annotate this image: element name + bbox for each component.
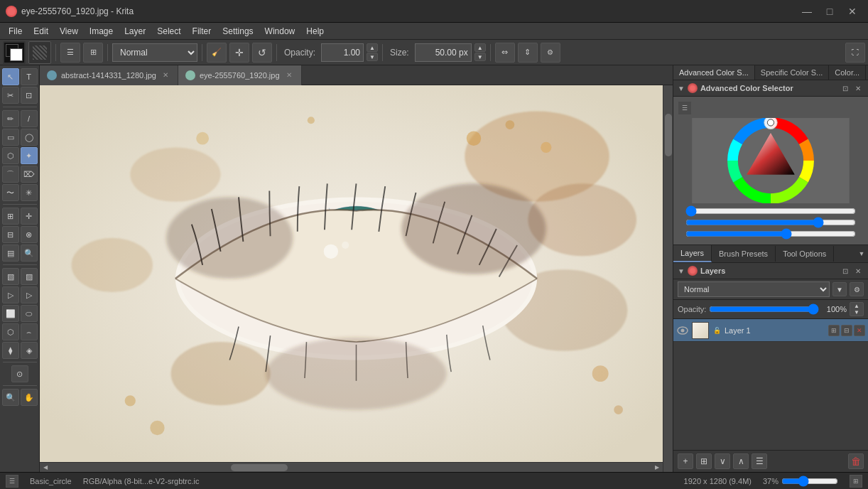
menu-select[interactable]: Select: [151, 25, 186, 38]
layers-filter-btn[interactable]: ▼: [855, 247, 868, 260]
transform-btn[interactable]: ⊞: [83, 43, 103, 63]
ellipse-selection[interactable]: ⬭: [21, 305, 38, 322]
tab-color[interactable]: Color...: [829, 65, 866, 80]
maximize-button[interactable]: □: [820, 4, 840, 18]
move-layer-down-btn[interactable]: ∨: [715, 453, 730, 469]
color-range[interactable]: ◈: [21, 342, 38, 359]
menu-image[interactable]: Image: [84, 25, 119, 38]
select-tool[interactable]: ↖: [2, 68, 19, 85]
layer-lock-1[interactable]: 🔓: [712, 326, 722, 335]
brush-preset-btn[interactable]: [28, 41, 51, 64]
layers-close-btn[interactable]: ✕: [852, 265, 864, 276]
layer-blend-mode[interactable]: Normal Multiply Screen: [678, 281, 830, 297]
smart-patch[interactable]: ▨: [21, 268, 38, 285]
layer-merge-btn[interactable]: ⊞: [828, 325, 840, 336]
size-down-btn[interactable]: ▼: [474, 53, 486, 61]
layer-opacity-slider[interactable]: [709, 303, 819, 315]
gradient-tool[interactable]: ▤: [2, 244, 19, 262]
contiguous-tool2[interactable]: ⧫: [2, 342, 19, 359]
canvas-hscroll[interactable]: ◀ ▶: [40, 462, 663, 472]
color-panel-close-btn[interactable]: ✕: [852, 82, 864, 94]
polygon-select-tool[interactable]: ⬡: [2, 147, 19, 164]
size-input[interactable]: [415, 43, 472, 62]
move-btn[interactable]: ✛: [229, 43, 249, 63]
bezier-tool[interactable]: ⌢: [21, 323, 38, 340]
zoom-slider[interactable]: [781, 475, 838, 487]
tab-layers[interactable]: Layers: [673, 245, 712, 262]
fill-color-tool[interactable]: ▧: [2, 268, 19, 285]
mirror-settings-btn[interactable]: ⚙: [541, 43, 560, 63]
line-tool[interactable]: /: [21, 110, 38, 127]
canvas-wrapper[interactable]: ◀ ▶: [40, 85, 673, 472]
fill-tool[interactable]: ⊗: [21, 226, 38, 243]
menu-window[interactable]: Window: [259, 25, 301, 38]
close-button[interactable]: ✕: [842, 4, 862, 18]
minimize-button[interactable]: —: [797, 4, 817, 18]
crop-tool[interactable]: ⊟: [2, 226, 19, 243]
layer-props-btn[interactable]: ☰: [60, 43, 80, 63]
tab-advanced-color[interactable]: Advanced Color S...: [673, 65, 755, 80]
blend-mode-select[interactable]: Normal Multiply Screen Overlay: [112, 43, 197, 62]
foreground-color-btn[interactable]: [3, 41, 26, 64]
add-layer-btn[interactable]: +: [678, 453, 693, 469]
freehand-brush[interactable]: ✏: [2, 110, 19, 127]
mirror-h-btn[interactable]: ⇔: [495, 43, 515, 63]
select-shapes[interactable]: ▷: [21, 286, 38, 303]
layer-del-btn[interactable]: ✕: [854, 325, 865, 336]
layer-visibility-1[interactable]: [676, 324, 689, 337]
layer-item-1[interactable]: 🔓 Layer 1 ⊞ ⊟ ✕: [673, 319, 868, 342]
opacity-up-btn[interactable]: ▲: [367, 43, 378, 52]
eraser-btn[interactable]: 🧹: [207, 43, 227, 63]
tab-close-abstract[interactable]: ✕: [161, 70, 170, 80]
size-up-btn[interactable]: ▲: [474, 43, 486, 52]
mirror-v-btn[interactable]: ⇕: [518, 43, 538, 63]
rect-tool[interactable]: ▭: [2, 129, 19, 146]
tab-tool-options[interactable]: Tool Options: [776, 246, 834, 262]
menu-file[interactable]: File: [3, 25, 28, 38]
path-tool[interactable]: ✦: [21, 147, 38, 164]
transform-tool[interactable]: ⊡: [21, 87, 38, 104]
opacity-input[interactable]: [321, 43, 364, 62]
delete-layer-btn[interactable]: 🗑: [848, 453, 864, 469]
layers-float-btn[interactable]: ⊡: [840, 265, 851, 276]
lasso-tool[interactable]: ⊙: [11, 365, 28, 382]
clone-stamp[interactable]: ⊞: [2, 208, 19, 225]
freehand-select[interactable]: ⌒: [2, 166, 19, 183]
menu-edit[interactable]: Edit: [28, 25, 54, 38]
ellipse-tool[interactable]: ◯: [21, 129, 38, 146]
deselect-tool[interactable]: ▷: [2, 286, 19, 303]
zoom-tool[interactable]: 🔍: [2, 389, 19, 406]
layer-filter-btn[interactable]: ▼: [832, 282, 847, 296]
color-wheel-svg[interactable]: [685, 118, 856, 203]
contiguous-select[interactable]: ⌦: [21, 166, 38, 183]
menu-help[interactable]: Help: [300, 25, 330, 38]
tab-close-eye[interactable]: ✕: [284, 70, 294, 80]
rect-selection[interactable]: ⬜: [2, 305, 19, 322]
group-layer-btn[interactable]: ⊞: [696, 453, 712, 469]
move-tool[interactable]: ✛: [21, 208, 38, 225]
undo-btn[interactable]: ↺: [252, 43, 272, 63]
opacity-down-btn[interactable]: ▼: [367, 53, 378, 61]
layer-settings-btn[interactable]: ⚙: [850, 282, 864, 296]
hue-slider[interactable]: [685, 206, 856, 216]
opacity-up-btn[interactable]: ▲▼: [850, 302, 864, 316]
saturation-slider[interactable]: [685, 217, 856, 227]
menu-settings[interactable]: Settings: [217, 25, 259, 38]
canvas-vscroll[interactable]: [663, 85, 673, 472]
polygon-tool2[interactable]: ⬡: [2, 323, 19, 340]
fullscreen-btn[interactable]: ⛶: [845, 43, 865, 63]
tab-eye[interactable]: eye-2555760_1920.jpg ✕: [178, 65, 302, 85]
menu-layer[interactable]: Layer: [119, 25, 151, 38]
status-canvas-btn[interactable]: ⊞: [850, 475, 862, 488]
text-tool[interactable]: T: [21, 68, 38, 85]
move-layer-up-btn[interactable]: ∧: [733, 453, 749, 469]
value-slider[interactable]: [685, 229, 856, 239]
menu-view[interactable]: View: [54, 25, 84, 38]
tab-brush-presets[interactable]: Brush Presets: [712, 246, 776, 262]
pan-tool[interactable]: ✋: [21, 389, 38, 406]
menu-filter[interactable]: Filter: [187, 25, 217, 38]
freehand-path[interactable]: 〜: [2, 184, 19, 201]
multibrush-tool[interactable]: ✳: [21, 184, 38, 201]
status-icon-btn[interactable]: ☰: [6, 475, 18, 488]
crop-transform-tool[interactable]: ✂: [2, 87, 19, 104]
